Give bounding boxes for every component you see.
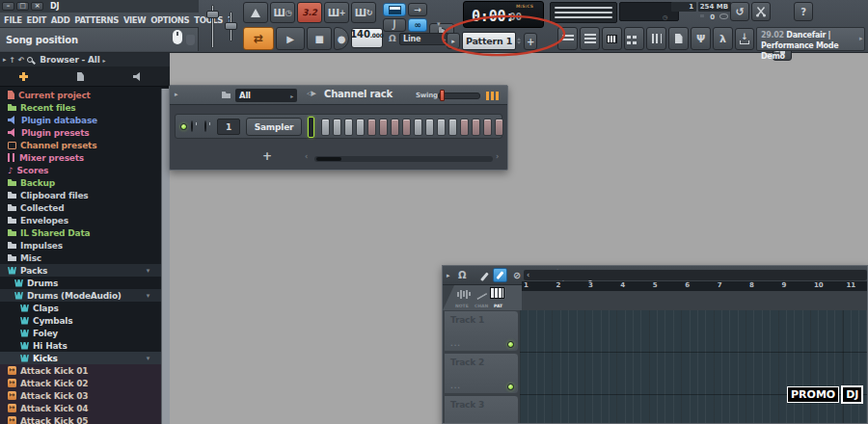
browser-item-plugin-database[interactable]: Plugin database xyxy=(0,114,161,126)
session-info-panel[interactable]: 29.02 Dancefair | Performance Mode Demo xyxy=(756,27,865,51)
master-pitch-handle[interactable] xyxy=(206,11,219,18)
menu-edit[interactable]: EDIT xyxy=(27,15,46,25)
browser-item-attack-kick-02[interactable]: ↦Attack Kick 02 xyxy=(0,377,161,389)
playlist-grid[interactable] xyxy=(520,310,868,424)
channel-enable-led[interactable] xyxy=(180,123,187,130)
link-button[interactable]: ∞ xyxy=(408,18,427,32)
channel-volume-knob[interactable] xyxy=(204,120,206,132)
track-enable-led[interactable] xyxy=(507,384,514,390)
swing-slider-handle[interactable] xyxy=(440,90,445,101)
channel-selection-indicator[interactable] xyxy=(308,117,314,138)
step-cell[interactable] xyxy=(437,119,446,136)
menu-view[interactable]: VIEW xyxy=(123,15,146,25)
browser-item-channel-presets[interactable]: Channel presets xyxy=(0,139,161,151)
browser-tab-sounds-icon[interactable] xyxy=(133,72,143,81)
loop-record-button[interactable]: Ш↻ xyxy=(351,2,376,23)
browser-item-foley[interactable]: Foley xyxy=(0,327,161,339)
browser-tab-files-icon[interactable] xyxy=(77,72,84,81)
toggle-mixer-button[interactable] xyxy=(646,27,666,50)
metronome-button[interactable] xyxy=(243,2,268,23)
dropdown-caret-icon[interactable]: ▾ xyxy=(437,20,440,28)
toggle-piano-roll-button[interactable] xyxy=(602,27,622,50)
step-cell[interactable] xyxy=(402,119,411,136)
oscilloscope-panel[interactable] xyxy=(550,2,617,23)
up-arrow-icon[interactable]: ↑ xyxy=(9,56,15,65)
track-header[interactable]: Track 1 ... xyxy=(444,310,519,352)
menu-add[interactable]: ADD xyxy=(51,15,70,25)
browser-item-recent-files[interactable]: Recent files xyxy=(0,101,161,114)
step-cell[interactable] xyxy=(495,119,503,136)
magnet-icon[interactable]: Ω xyxy=(458,270,466,281)
tempo-display[interactable]: 140 .000 xyxy=(351,28,383,48)
step-cell[interactable] xyxy=(414,119,422,136)
step-cell[interactable] xyxy=(356,119,365,136)
browser-item-hi-hats[interactable]: Hi Hats xyxy=(0,339,161,352)
browser-item-attack-kick-01[interactable]: ↦Attack Kick 01 xyxy=(0,364,161,377)
countdown-button[interactable]: 3.2 xyxy=(297,2,322,23)
browser-item-packs[interactable]: Packs▾ xyxy=(0,264,161,277)
browser-item-attack-kick-05[interactable]: ↦Attack Kick 05 xyxy=(0,414,161,424)
browser-item-cymbals[interactable]: Cymbals xyxy=(0,314,161,327)
undo-button[interactable]: ↺ xyxy=(730,2,749,21)
playlist-scroll-strip[interactable]: ‹ xyxy=(524,270,867,280)
browser-tab-plugins-icon[interactable] xyxy=(19,72,28,81)
minimize-button[interactable]: – xyxy=(2,2,14,11)
browser-item-claps[interactable]: Claps xyxy=(0,302,161,314)
step-cell[interactable] xyxy=(483,119,492,136)
browser-item-drums-modeaudio[interactable]: Drums (ModeAudio)▾ xyxy=(0,289,161,302)
song-pattern-mode-button[interactable]: ⇄ xyxy=(243,27,274,50)
toggle-browser-button[interactable] xyxy=(624,27,644,50)
scroll-right-icon[interactable]: › xyxy=(496,152,499,161)
tab-note-label[interactable]: NOTE xyxy=(455,304,469,308)
collapse-icon[interactable]: ▸ xyxy=(447,270,449,281)
menu-patterns[interactable]: PATTERNS xyxy=(74,15,119,25)
search-icon[interactable] xyxy=(27,57,33,63)
browser-item-current-project[interactable]: Current project xyxy=(0,89,161,101)
cut-tool-button[interactable] xyxy=(751,2,771,21)
pattern-spinner[interactable] xyxy=(517,35,521,47)
channel-pan-knob[interactable] xyxy=(191,120,193,132)
track-enable-led[interactable] xyxy=(507,341,514,348)
browser-title[interactable]: Browser - All xyxy=(40,55,99,65)
track-header[interactable]: Track 2 ... xyxy=(444,353,519,394)
step-edit-button[interactable]: ⌡ xyxy=(383,18,406,32)
snap-selector[interactable]: Line ▸ xyxy=(399,33,449,45)
project-download-button[interactable]: ↓ xyxy=(735,28,754,50)
group-filter-selector[interactable]: All ▸ xyxy=(235,89,297,102)
plugin-button[interactable]: Ψ xyxy=(691,27,711,50)
typing-keyboard-button[interactable] xyxy=(383,3,406,16)
master-volume-handle[interactable] xyxy=(225,22,237,30)
step-cell[interactable] xyxy=(472,119,480,136)
tab-note-icon[interactable] xyxy=(457,289,471,299)
pencil-tool-icon[interactable] xyxy=(483,272,486,284)
step-cell[interactable] xyxy=(448,119,457,136)
time-display[interactable]: M:S:CS 0:00: 00 xyxy=(463,1,544,28)
stop-button[interactable]: ■ xyxy=(307,27,332,50)
step-cell[interactable] xyxy=(333,119,341,136)
pattern-prev-button[interactable]: ▸ xyxy=(447,33,460,49)
tab-chan-icon[interactable] xyxy=(474,287,488,301)
tri-right-icon[interactable]: ▸ xyxy=(103,57,106,64)
toggle-channel-rack-button[interactable] xyxy=(580,27,600,50)
collapse-icon[interactable]: ▸ xyxy=(175,91,177,98)
browser-item-mixer-presets[interactable]: Mixer presets xyxy=(0,151,161,164)
scroll-left-icon[interactable]: ‹ xyxy=(305,152,308,161)
tab-pat-label[interactable]: PAT xyxy=(494,304,502,308)
browser-item-misc[interactable]: Misc xyxy=(0,252,161,264)
collapse-icon[interactable]: ▸ xyxy=(3,56,6,64)
wait-for-input-button[interactable]: Ш◷ xyxy=(270,2,295,23)
channel-name-button[interactable]: Sampler xyxy=(246,118,302,136)
browser-item-il-shared-data[interactable]: IL Shared Data xyxy=(0,226,161,239)
menu-file[interactable]: FILE xyxy=(4,15,22,25)
channel-rack-title[interactable]: Channel rack xyxy=(324,89,393,99)
step-cell[interactable] xyxy=(367,119,376,136)
cpu-meter-handle[interactable] xyxy=(700,14,704,17)
pattern-add-button[interactable]: + xyxy=(524,33,537,50)
step-cell[interactable] xyxy=(460,119,469,136)
browser-item-collected[interactable]: Collected xyxy=(0,201,161,214)
browser-item-kicks[interactable]: Kicks▾ xyxy=(0,352,161,364)
step-cell[interactable] xyxy=(391,119,399,136)
browser-item-plugin-presets[interactable]: Plugin presets xyxy=(0,126,161,139)
step-cell[interactable] xyxy=(425,119,434,136)
step-cell[interactable] xyxy=(321,119,330,136)
